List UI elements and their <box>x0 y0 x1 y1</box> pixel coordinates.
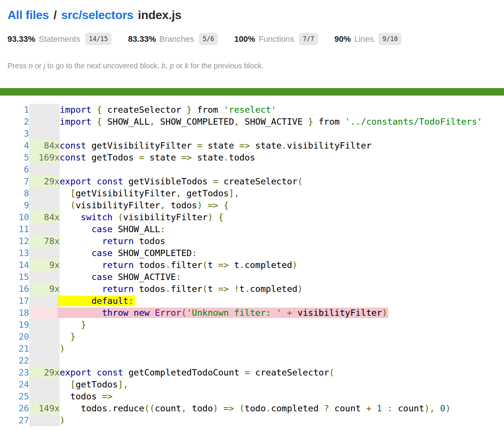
breadcrumb-separator: / <box>53 8 57 22</box>
code-token-pln <box>60 320 81 330</box>
breadcrumb: All files/src/selectorsindex.js <box>7 8 497 22</box>
code-token-pln: getCompletedTodoCount <box>123 367 245 378</box>
line-hit-count <box>29 271 60 283</box>
code-line: import { SHOW_ALL, SHOW_COMPLETED, SHOW_… <box>60 116 482 128</box>
code-line: default: <box>60 295 482 307</box>
stat-percentage: 90% <box>335 34 351 44</box>
code-token-pun: { <box>97 116 102 127</box>
code-line-row: 1084x switch (visibilityFilter) { <box>0 211 482 223</box>
line-number: 10 <box>0 211 29 223</box>
hint-key: b <box>161 62 165 70</box>
code-token-pun: ( <box>202 284 208 294</box>
line-number: 8 <box>0 187 29 199</box>
stat-percentage: 100% <box>234 34 255 44</box>
code-token-pln: todos <box>60 403 107 414</box>
breadcrumb-link[interactable]: src/selectors <box>61 8 134 22</box>
code-token-pun: } <box>70 331 75 342</box>
code-line: case SHOW_COMPLETED: <box>60 247 482 259</box>
line-number: 12 <box>0 235 29 247</box>
code-token-pln: t <box>208 284 218 294</box>
coverage-stat: 90%Lines9/10 <box>335 33 402 45</box>
code-line-row: 729xexport const getVisibleTodos = creat… <box>0 175 482 187</box>
line-number: 1 <box>0 104 29 116</box>
code-token-pln: SHOW_ACTIVE <box>239 116 308 127</box>
code-line-row: 18 throw new Error('Unknown filter: ' + … <box>0 307 482 319</box>
line-hit-count: 29x <box>29 367 60 378</box>
code-token-pln: t <box>208 260 218 270</box>
code-line: return todos.filter(t => !t.completed) <box>60 283 482 295</box>
coverage-stats: 93.33%Statements14/1583.33%Branches5/610… <box>7 33 497 45</box>
code-token-kwd: return <box>102 284 134 294</box>
code-token-pln <box>229 284 234 294</box>
code-token-pln <box>60 200 70 211</box>
report-header: All files/src/selectorsindex.js 93.33%St… <box>0 0 504 70</box>
line-number: 5 <box>0 152 29 163</box>
code-line-row: 2329xexport const getCompletedTodoCount … <box>0 367 482 378</box>
code-line: ) <box>60 343 482 355</box>
code-token-kwd: case <box>91 248 113 258</box>
code-token-pln <box>202 200 208 211</box>
code-token-pun: ) <box>445 403 451 414</box>
code-token-pln: count <box>329 403 366 414</box>
code-token-pln: getVisibilityFilter <box>75 188 176 199</box>
breadcrumb-link[interactable]: All files <box>7 8 49 22</box>
line-hit-count: 9x <box>29 259 60 271</box>
line-hit-count <box>29 414 60 426</box>
line-number: 19 <box>0 319 29 331</box>
code-line-row: 8 [getVisibilityFilter, getTodos], <box>0 187 482 199</box>
code-token-kwd: export <box>60 176 91 187</box>
hint-text: to go to the next uncovered block, <box>45 62 161 70</box>
code-line: throw new Error('Unknown filter: ' + vis… <box>60 307 482 319</box>
code-token-pln: getVisibilityFilter <box>86 140 197 151</box>
code-token-pun: . <box>239 260 245 270</box>
code-table-body: 1import { createSelector } from 'reselec… <box>0 104 482 426</box>
code-line-row: 19 } <box>0 319 482 331</box>
line-hit-count <box>29 307 60 319</box>
line-hit-count <box>29 331 60 343</box>
code-token-pun: ( <box>202 260 208 270</box>
code-token-pln: t <box>239 284 245 294</box>
code-token-pun: => <box>218 284 228 294</box>
code-token-pun: ( <box>118 212 123 222</box>
code-token-pln: todos <box>229 152 255 163</box>
code-line-row: 169x return todos.filter(t => !t.complet… <box>0 283 482 295</box>
uncovered-branch-highlight: default: <box>57 296 135 306</box>
line-number: 4 <box>0 140 29 152</box>
code-line-row: 22 <box>0 355 482 367</box>
code-token-pun: ) <box>298 284 303 294</box>
code-line-row: 1import { createSelector } from 'reselec… <box>0 104 482 116</box>
code-line-row: 1278x return todos <box>0 235 482 247</box>
hint-key: p <box>170 62 174 70</box>
code-line-row: 11 case SHOW_ALL: <box>0 223 482 235</box>
code-token-pln <box>435 403 440 414</box>
code-token-pun: , <box>150 116 155 127</box>
code-token-pun: ( <box>181 308 186 318</box>
code-token-pun: : <box>160 224 165 234</box>
hint-text: Press <box>7 62 29 70</box>
hint-text: , <box>166 62 170 70</box>
code-token-pln: createSelector <box>250 367 329 378</box>
code-token-pln <box>60 331 70 342</box>
code-line-row: 149x return todos.filter(t => t.complete… <box>0 259 482 271</box>
code-token-pun: => <box>239 140 250 151</box>
code-token-pun: => <box>218 260 228 270</box>
code-token-kwd: case <box>91 224 113 234</box>
code-token-pln: visibilityFilter <box>75 200 160 211</box>
code-token-pln: completed <box>271 403 324 414</box>
code-token-pln: todos <box>60 391 102 402</box>
code-token-pun: => <box>102 391 112 402</box>
code-token-pln <box>60 212 81 222</box>
code-token-pun: = <box>197 140 202 151</box>
code-line: case SHOW_ALL: <box>60 223 482 235</box>
code-line-row: 26149x todos.reduce((count, todo) => (to… <box>0 402 482 414</box>
code-token-pun: . <box>165 260 171 270</box>
code-token-pln <box>213 212 218 222</box>
stat-label: Statements <box>39 34 80 44</box>
code-line: } <box>60 319 482 331</box>
code-token-pln: todos <box>134 284 165 294</box>
code-token-pln <box>281 308 287 318</box>
stat-fraction-badge: 9/10 <box>379 33 401 45</box>
code-token-kwd: return <box>102 236 134 246</box>
code-token-pln: count <box>392 403 424 414</box>
code-token-pln: todo <box>245 403 266 414</box>
